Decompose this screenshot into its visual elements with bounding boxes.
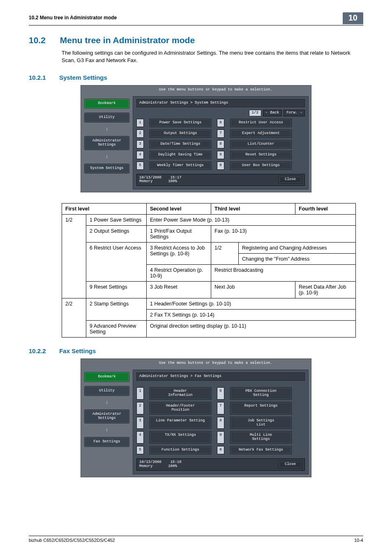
menu-number[interactable]: 3 [136,417,144,429]
back-button[interactable]: ← Back [263,110,282,116]
down-arrow-icon: ↓ [84,127,129,132]
footer-model: bizhub C652/C652DS/C552/C552DS/C452 [29,538,115,543]
cell: Fax (p. 10-13) [211,226,356,243]
menu-number[interactable]: 8 [217,140,224,148]
menu-button[interactable]: List/Counter [230,140,292,148]
panel-datetime: 10/13/2008 15:18 Memory 100% [139,460,182,469]
panel-datetime: 10/13/2008 15:17 Memory 100% [139,176,182,184]
menu-number[interactable]: 2 [136,402,144,414]
system-settings-table: First level Second level Third level Fou… [62,203,356,338]
close-button[interactable]: Close [279,176,302,183]
system-settings-tab[interactable]: System Settings [84,164,129,173]
menu-number[interactable]: 3 [136,140,144,148]
menu-button[interactable]: Restrict User Access [230,119,292,127]
menu-button[interactable]: PBX Connection Setting [230,387,292,400]
menu-button[interactable]: TX/RX Settings [150,431,211,444]
menu-number[interactable]: 9 [217,431,224,444]
menu-number[interactable]: 7 [217,402,224,414]
menu-button[interactable]: Date/Time Settings [150,140,211,148]
section-number: 10.2 [29,35,58,45]
cell: 3 Restrict Access to Job Settings (p. 10… [147,243,211,265]
menu-number[interactable]: 6 [217,119,224,127]
down-arrow-icon: ↓ [84,154,129,160]
panel-footer: 10/13/2008 15:18 Memory 100% Close [136,458,305,471]
subsection-title: System Settings [59,74,107,81]
menu-number[interactable]: 1 [136,119,144,127]
subsection-number: 10.2.2 [29,347,58,354]
menu-button[interactable]: Function Settings [150,446,211,454]
system-settings-panel: Use the menu buttons or keypad to make a… [81,85,311,192]
running-title: 10.2 Menu tree in Administrator mode [29,15,117,21]
menu-button[interactable]: Line Parameter Setting [150,417,211,429]
cell: Changing the "From" Address [239,254,356,265]
cell: 9 Advanced Preview Setting [86,321,147,338]
menu-number[interactable]: 0 [217,446,224,454]
utility-tab[interactable]: Utility [84,113,129,123]
cell: Registering and Changing Addresses [239,243,356,254]
menu-button[interactable]: Output Settings [150,130,211,138]
menu-grid: 1 Header Information 6 PBX Connection Se… [136,387,305,454]
menu-button[interactable]: Expert Adjustment [230,130,292,138]
cell: 1 Power Save Settings [86,215,147,226]
menu-button[interactable]: Multi Line Settings [230,431,292,444]
cell: 2 Output Settings [86,226,147,243]
menu-number[interactable]: 9 [217,151,224,159]
menu-number[interactable]: 4 [136,431,144,444]
menu-button[interactable]: Reset Settings [230,151,292,159]
bookmark-tab[interactable]: Bookmark [84,372,129,382]
cell: Original direction setting display (p. 1… [147,321,356,338]
footer-page-number: 10-4 [354,538,363,543]
subsection-heading: 10.2.1 System Settings [29,74,363,81]
cell: Next Job [211,282,295,298]
cell: 2/2 [62,298,86,338]
panel-breadcrumb: Administrator Settings > System Settings [136,99,305,107]
panel-breadcrumb: Administrator Settings > Fax Settings [136,372,305,381]
panel-hint: Use the menu buttons or keypad to make a… [81,359,311,368]
menu-button[interactable]: Power Save Settings [150,119,211,127]
panel-main: Administrator Settings > Fax Settings 1 … [133,370,309,474]
th-first-level: First level [62,204,147,215]
section-intro: The following settings can be configured… [62,49,363,64]
menu-button[interactable]: User Box Settings [230,162,292,170]
cell: 6 Restrict User Access [86,243,147,282]
forward-button[interactable]: Forw. → [284,110,305,116]
menu-button[interactable]: Network Fax Settings [230,446,292,454]
menu-number[interactable]: 8 [217,417,224,429]
running-header: 10.2 Menu tree in Administrator mode 10 [29,15,363,25]
subsection-number: 10.2.1 [29,74,58,81]
bookmark-tab[interactable]: Bookmark [84,99,129,109]
admin-settings-tab[interactable]: Administrator Settings [84,409,129,423]
menu-button[interactable]: Header Information [150,387,211,400]
section-heading: 10.2 Menu tree in Administrator mode [29,35,363,45]
cell: 4 Restrict Operation (p. 10-9) [147,265,211,282]
menu-number[interactable]: 1 [136,387,144,400]
cell: 9 Reset Settings [86,282,147,298]
menu-button[interactable]: Report Settings [230,402,292,414]
menu-button[interactable]: Header/Footer Position [150,402,211,414]
subsection-title: Fax Settings [59,347,96,354]
menu-number[interactable]: 5 [136,446,144,454]
menu-button[interactable]: Daylight Saving Time [150,151,211,159]
menu-button[interactable]: Job Settings List [230,417,292,429]
cell: Enter Power Save Mode (p. 10-13) [147,215,356,226]
menu-number[interactable]: 2 [136,130,144,138]
chapter-badge: 10 [343,12,363,24]
menu-number[interactable]: 4 [136,151,144,159]
close-button[interactable]: Close [279,461,302,468]
menu-number[interactable]: 7 [217,130,224,138]
panel-footer: 10/13/2008 15:17 Memory 100% Close [136,174,305,186]
cell: Reset Data After Job (p. 10-9) [295,282,356,298]
page-indicator: 1/2 [249,110,261,116]
menu-number[interactable]: 0 [217,162,224,170]
menu-number[interactable]: 5 [136,162,144,170]
panel-hint: Use the menu buttons or keypad to make a… [81,86,311,95]
panel-pager: 1/2 ← Back Forw. → [136,110,305,116]
cell: 1/2 [211,243,239,265]
admin-settings-tab[interactable]: Administrator Settings [84,136,129,150]
cell: 1 Print/Fax Output Settings [147,226,211,243]
utility-tab[interactable]: Utility [84,386,129,396]
fax-settings-tab[interactable]: Fax Settings [84,437,129,447]
menu-button[interactable]: Weekly Timer Settings [150,162,211,170]
menu-number[interactable]: 6 [217,387,224,400]
panel-main: Administrator Settings > System Settings… [133,96,309,190]
